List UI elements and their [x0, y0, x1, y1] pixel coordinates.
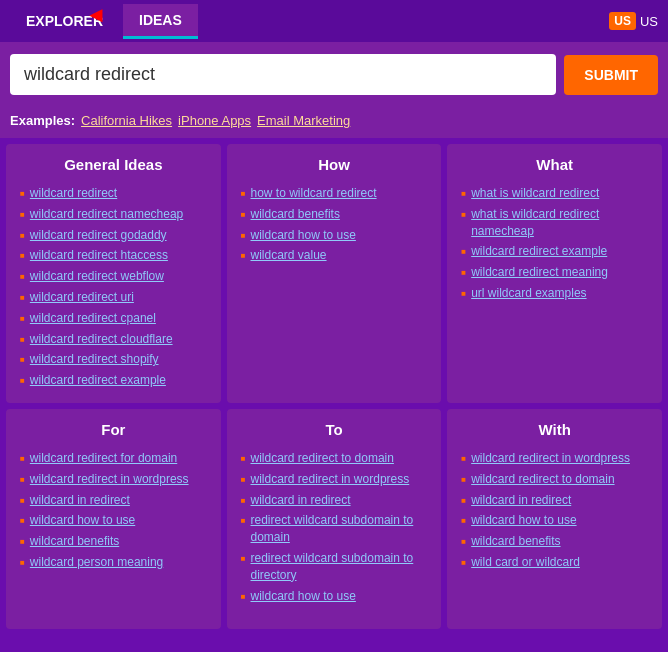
idea-link[interactable]: wildcard how to use: [471, 512, 576, 529]
examples-bar: Examples: California Hikes iPhone Apps E…: [0, 107, 668, 138]
idea-link[interactable]: wildcard person meaning: [30, 554, 163, 571]
list-item: wildcard redirect namecheap: [20, 204, 207, 225]
tab-explorer[interactable]: EXPLORER: [10, 4, 119, 39]
list-item: wildcard redirect in wordpress: [241, 469, 428, 490]
list-item: wildcard benefits: [461, 531, 648, 552]
idea-link[interactable]: wildcard redirect godaddy: [30, 227, 167, 244]
list-item: wildcard how to use: [461, 510, 648, 531]
ideas-card-header: What: [461, 156, 648, 173]
idea-link[interactable]: wildcard redirect example: [471, 243, 607, 260]
list-item: wildcard redirect to domain: [241, 448, 428, 469]
list-item: wildcard redirect example: [461, 241, 648, 262]
list-item: redirect wildcard subdomain to domain: [241, 510, 428, 548]
nav-tabs: EXPLORER IDEAS: [10, 4, 198, 39]
idea-link[interactable]: wildcard in redirect: [251, 492, 351, 509]
idea-link[interactable]: wildcard benefits: [471, 533, 560, 550]
list-item: what is wildcard redirect namecheap: [461, 204, 648, 242]
ideas-card-header: How: [241, 156, 428, 173]
idea-link[interactable]: wildcard redirect webflow: [30, 268, 164, 285]
list-item: wildcard redirect meaning: [461, 262, 648, 283]
locale-badge: US US: [609, 12, 658, 30]
list-item: wildcard redirect example: [20, 370, 207, 391]
idea-link[interactable]: wildcard benefits: [30, 533, 119, 550]
search-input[interactable]: [10, 54, 556, 95]
ideas-grid: General Ideaswildcard redirectwildcard r…: [0, 138, 668, 635]
idea-link[interactable]: wildcard redirect meaning: [471, 264, 608, 281]
example-california-hikes[interactable]: California Hikes: [81, 113, 172, 128]
list-item: wildcard redirect in wordpress: [20, 469, 207, 490]
idea-link[interactable]: what is wildcard redirect: [471, 185, 599, 202]
ideas-card-for: Forwildcard redirect for domainwildcard …: [6, 409, 221, 629]
list-item: wildcard in redirect: [20, 490, 207, 511]
list-item: wildcard how to use: [20, 510, 207, 531]
list-item: wildcard benefits: [241, 204, 428, 225]
list-item: wildcard benefits: [20, 531, 207, 552]
examples-label: Examples:: [10, 113, 75, 128]
list-item: wildcard redirect godaddy: [20, 225, 207, 246]
list-item: wildcard redirect cloudflare: [20, 329, 207, 350]
idea-link[interactable]: wildcard redirect uri: [30, 289, 134, 306]
idea-link[interactable]: wildcard how to use: [251, 227, 356, 244]
ideas-card-header: For: [20, 421, 207, 438]
list-item: wildcard value: [241, 245, 428, 266]
locale-us: US: [609, 12, 636, 30]
idea-link[interactable]: redirect wildcard subdomain to domain: [251, 512, 428, 546]
idea-link[interactable]: wildcard redirect to domain: [471, 471, 614, 488]
list-item: wildcard person meaning: [20, 552, 207, 573]
idea-link[interactable]: wildcard redirect to domain: [251, 450, 394, 467]
idea-link[interactable]: url wildcard examples: [471, 285, 586, 302]
idea-link[interactable]: wildcard how to use: [30, 512, 135, 529]
list-item: wildcard redirect shopify: [20, 349, 207, 370]
idea-link[interactable]: wildcard in redirect: [471, 492, 571, 509]
list-item: wildcard redirect webflow: [20, 266, 207, 287]
ideas-list: wildcard redirect in wordpresswildcard r…: [461, 448, 648, 573]
list-item: wildcard redirect: [20, 183, 207, 204]
idea-link[interactable]: wildcard redirect cloudflare: [30, 331, 173, 348]
list-item: what is wildcard redirect: [461, 183, 648, 204]
idea-link[interactable]: wildcard benefits: [251, 206, 340, 223]
ideas-card-to: Towildcard redirect to domainwildcard re…: [227, 409, 442, 629]
list-item: wildcard redirect for domain: [20, 448, 207, 469]
idea-link[interactable]: wildcard redirect for domain: [30, 450, 177, 467]
list-item: wildcard redirect to domain: [461, 469, 648, 490]
idea-link[interactable]: wildcard redirect in wordpress: [30, 471, 189, 488]
list-item: wildcard in redirect: [241, 490, 428, 511]
ideas-list: wildcard redirectwildcard redirect namec…: [20, 183, 207, 391]
idea-link[interactable]: wildcard redirect cpanel: [30, 310, 156, 327]
ideas-card-header: General Ideas: [20, 156, 207, 173]
idea-link[interactable]: wildcard value: [251, 247, 327, 264]
idea-link[interactable]: how to wildcard redirect: [251, 185, 377, 202]
ideas-list: how to wildcard redirectwildcard benefit…: [241, 183, 428, 266]
list-item: wildcard how to use: [241, 586, 428, 607]
idea-link[interactable]: wild card or wildcard: [471, 554, 580, 571]
idea-link[interactable]: wildcard redirect in wordpress: [251, 471, 410, 488]
example-email-marketing[interactable]: Email Marketing: [257, 113, 350, 128]
list-item: wildcard redirect in wordpress: [461, 448, 648, 469]
idea-link[interactable]: wildcard redirect example: [30, 372, 166, 389]
locale-label: US: [640, 14, 658, 29]
idea-link[interactable]: wildcard redirect in wordpress: [471, 450, 630, 467]
idea-link[interactable]: wildcard redirect namecheap: [30, 206, 183, 223]
list-item: wildcard redirect htaccess: [20, 245, 207, 266]
list-item: url wildcard examples: [461, 283, 648, 304]
ideas-card-what: Whatwhat is wildcard redirectwhat is wil…: [447, 144, 662, 403]
list-item: wild card or wildcard: [461, 552, 648, 573]
idea-link[interactable]: wildcard in redirect: [30, 492, 130, 509]
submit-button[interactable]: SUBMIT: [564, 55, 658, 95]
ideas-card-how: Howhow to wildcard redirectwildcard bene…: [227, 144, 442, 403]
idea-link[interactable]: wildcard redirect: [30, 185, 117, 202]
tab-ideas[interactable]: IDEAS: [123, 4, 198, 39]
list-item: redirect wildcard subdomain to directory: [241, 548, 428, 586]
list-item: wildcard in redirect: [461, 490, 648, 511]
list-item: how to wildcard redirect: [241, 183, 428, 204]
example-iphone-apps[interactable]: iPhone Apps: [178, 113, 251, 128]
idea-link[interactable]: wildcard redirect shopify: [30, 351, 159, 368]
idea-link[interactable]: redirect wildcard subdomain to directory: [251, 550, 428, 584]
ideas-card-with: Withwildcard redirect in wordpresswildca…: [447, 409, 662, 629]
idea-link[interactable]: what is wildcard redirect namecheap: [471, 206, 648, 240]
ideas-card-general-ideas: General Ideaswildcard redirectwildcard r…: [6, 144, 221, 403]
search-bar: SUBMIT: [0, 42, 668, 107]
idea-link[interactable]: wildcard redirect htaccess: [30, 247, 168, 264]
idea-link[interactable]: wildcard how to use: [251, 588, 356, 605]
ideas-list: wildcard redirect for domainwildcard red…: [20, 448, 207, 573]
